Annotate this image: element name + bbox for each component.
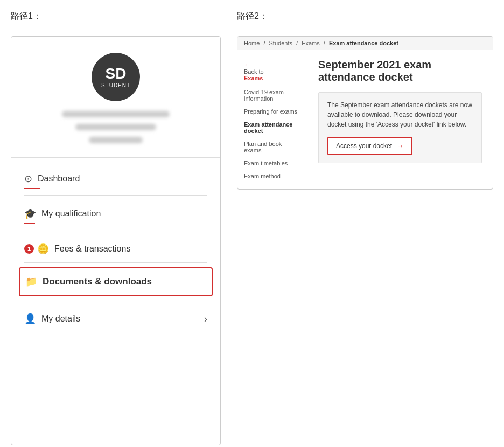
qualification-label: My qualification [41,209,101,219]
divider-1 [24,195,207,196]
documents-label: Documents & downloads [43,276,152,287]
profile-section: SD STUDENT [11,37,220,158]
fees-notification-badge: 1 [24,244,34,254]
mydetails-label: My details [41,314,80,324]
divider-4 [24,301,207,301]
blurred-line-3 [89,137,143,143]
info-box: The September exam attendance dockets ar… [318,92,482,163]
blurred-line-1 [62,111,170,117]
right-panel: Home / Students / Exams / Exam attendanc… [237,36,493,190]
dashboard-label: Dashboard [38,174,80,184]
sidebar-nav-item-preparing[interactable]: Preparing for exams [237,105,307,118]
avatar-role: STUDENT [101,82,130,88]
access-button-label: Access your docket [336,142,392,150]
path2-label: 路径2： [237,11,493,22]
blurred-line-2 [75,124,156,130]
nav-item-dashboard[interactable]: ⊙ Dashboard [24,163,207,189]
documents-icon: 📁 [25,276,37,288]
main-layout: SD STUDENT ⊙ Dashboard [11,36,493,445]
breadcrumb-students: Students [269,40,292,46]
avatar-initials: SD [106,66,127,81]
qualification-icon: 🎓 [24,208,36,220]
breadcrumb: Home / Students / Exams / Exam attendanc… [237,37,493,50]
sidebar-nav-item-covid[interactable]: Covid-19 exam information [237,86,307,105]
mydetails-chevron: › [204,313,207,325]
left-panel: SD STUDENT ⊙ Dashboard [11,36,221,445]
sidebar-nav-item-timetables[interactable]: Exam timetables [237,157,307,170]
sidebar-nav-item-plan[interactable]: Plan and book exams [237,137,307,157]
sidebar-nav-item-docket[interactable]: Exam attendance docket [237,118,307,137]
mydetails-icon: 👤 [24,313,36,325]
dashboard-divider [24,188,40,189]
qualification-divider [24,223,35,224]
fees-icon: 🪙 [37,243,49,255]
breadcrumb-home: Home [244,40,260,46]
browser-mockup: Home / Students / Exams / Exam attendanc… [237,36,493,190]
sidebar-nav: ← Back to Exams Covid-19 exam informatio… [237,50,307,189]
nav-item-documents[interactable]: 📁 Documents & downloads [19,267,213,296]
content-area: ← Back to Exams Covid-19 exam informatio… [237,50,493,189]
back-to-label: Back to [244,68,264,75]
nav-item-mydetails[interactable]: 👤 My details › [24,305,207,332]
dashboard-icon: ⊙ [24,173,32,185]
divider-2 [24,231,207,231]
main-content-area: September 2021 exam attendance docket Th… [307,50,493,189]
access-arrow-icon: → [396,142,404,150]
nav-section: ⊙ Dashboard 🎓 My qualification [11,158,220,338]
divider-3 [24,262,207,263]
page-title: September 2021 exam attendance docket [318,59,482,83]
back-arrow-icon: ← [244,61,300,68]
sidebar-nav-item-method[interactable]: Exam method [237,170,307,183]
fees-label: Fees & transactions [54,244,130,254]
page-container: 路径1： 路径2： SD STUDENT [11,11,493,445]
sidebar-back[interactable]: ← Back to Exams [237,57,307,86]
nav-item-fees[interactable]: 1 🪙 Fees & transactions [24,238,207,260]
path1-label: 路径1： [11,11,221,22]
avatar: SD STUDENT [92,53,140,101]
info-box-text: The September exam attendance dockets ar… [327,100,473,129]
nav-item-qualification[interactable]: 🎓 My qualification [24,202,207,224]
breadcrumb-current: Exam attendance docket [329,40,398,46]
back-target-label: Exams [244,75,263,81]
breadcrumb-exams: Exams [302,40,320,46]
access-docket-button[interactable]: Access your docket → [327,137,412,155]
